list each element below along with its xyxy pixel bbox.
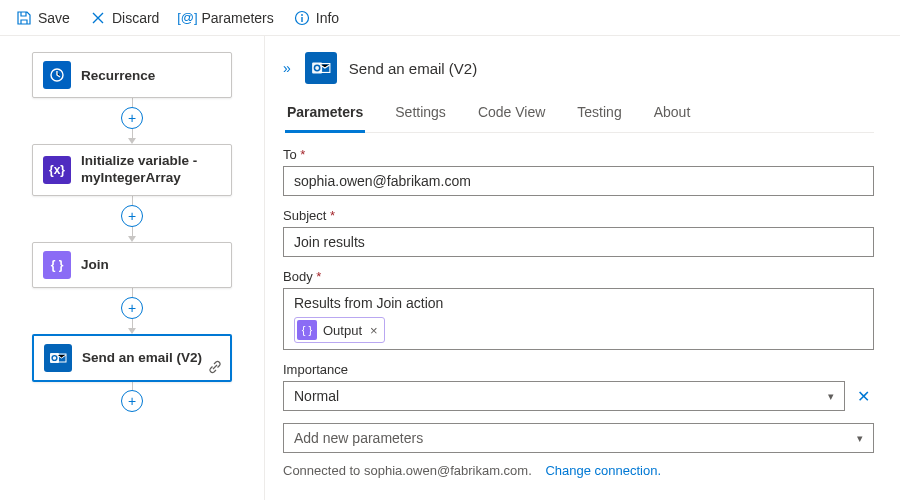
importance-value: Normal [294, 388, 339, 404]
clear-importance-button[interactable]: ✕ [853, 387, 874, 406]
add-new-parameters-label: Add new parameters [294, 430, 423, 446]
node-label: Send an email (V2) [82, 350, 202, 365]
body-label: Body * [283, 269, 874, 284]
importance-label: Importance [283, 362, 874, 377]
chevron-down-icon: ▾ [828, 390, 834, 403]
node-join[interactable]: { } Join [32, 242, 232, 288]
add-step-button[interactable]: + [121, 297, 143, 319]
svg-point-1 [301, 14, 303, 16]
connector: + [121, 98, 143, 144]
importance-select[interactable]: Normal ▾ [283, 381, 845, 411]
node-label: Initialize variable - myIntegerArray [81, 153, 221, 187]
parameters-label: Parameters [201, 10, 273, 26]
token-output[interactable]: { } Output × [294, 317, 385, 343]
info-icon [294, 10, 310, 26]
token-remove-button[interactable]: × [370, 323, 378, 338]
node-label: Recurrence [81, 68, 155, 83]
tab-settings[interactable]: Settings [393, 98, 448, 132]
discard-button[interactable]: Discard [82, 6, 167, 30]
token-icon: { } [297, 320, 317, 340]
tabs: Parameters Settings Code View Testing Ab… [285, 98, 874, 133]
close-icon [90, 10, 106, 26]
tab-testing[interactable]: Testing [575, 98, 623, 132]
node-recurrence[interactable]: Recurrence [32, 52, 232, 98]
add-new-parameters-select[interactable]: Add new parameters ▾ [283, 423, 874, 453]
info-label: Info [316, 10, 339, 26]
parameters-icon: [@] [179, 10, 195, 26]
to-input[interactable] [283, 166, 874, 196]
chevron-down-icon: ▾ [857, 432, 863, 445]
subject-label: Subject * [283, 208, 874, 223]
to-label: To * [283, 147, 874, 162]
discard-label: Discard [112, 10, 159, 26]
add-step-button[interactable]: + [121, 205, 143, 227]
save-icon [16, 10, 32, 26]
connector: + [121, 382, 143, 412]
save-label: Save [38, 10, 70, 26]
parameters-button[interactable]: [@] Parameters [171, 6, 281, 30]
add-step-button[interactable]: + [121, 107, 143, 129]
subject-input[interactable] [283, 227, 874, 257]
node-send-email[interactable]: Send an email (V2) [32, 334, 232, 382]
toolbar: Save Discard [@] Parameters Info [0, 0, 900, 36]
details-panel: » Send an email (V2) Parameters Settings… [265, 36, 900, 500]
add-step-button[interactable]: + [121, 390, 143, 412]
collapse-panel-button[interactable]: » [283, 60, 291, 76]
save-button[interactable]: Save [8, 6, 78, 30]
main: Recurrence + {x} Initialize variable - m… [0, 36, 900, 500]
join-icon: { } [43, 251, 71, 279]
tab-code-view[interactable]: Code View [476, 98, 547, 132]
node-label: Join [81, 257, 109, 272]
connection-icon [208, 360, 222, 374]
tab-about[interactable]: About [652, 98, 693, 132]
workflow-canvas: Recurrence + {x} Initialize variable - m… [0, 36, 265, 500]
token-label: Output [323, 323, 362, 338]
body-input[interactable]: Results from Join action { } Output × [283, 288, 874, 350]
tab-parameters[interactable]: Parameters [285, 98, 365, 133]
variable-icon: {x} [43, 156, 71, 184]
panel-title: Send an email (V2) [349, 60, 477, 77]
node-initialize-variable[interactable]: {x} Initialize variable - myIntegerArray [32, 144, 232, 196]
connector: + [121, 288, 143, 334]
outlook-icon [305, 52, 337, 84]
outlook-icon [44, 344, 72, 372]
body-text: Results from Join action [294, 295, 863, 311]
connector: + [121, 196, 143, 242]
connection-footer: Connected to sophia.owen@fabrikam.com. C… [283, 463, 874, 478]
info-button[interactable]: Info [286, 6, 347, 30]
svg-rect-2 [301, 17, 302, 22]
change-connection-link[interactable]: Change connection. [545, 463, 661, 478]
clock-icon [43, 61, 71, 89]
